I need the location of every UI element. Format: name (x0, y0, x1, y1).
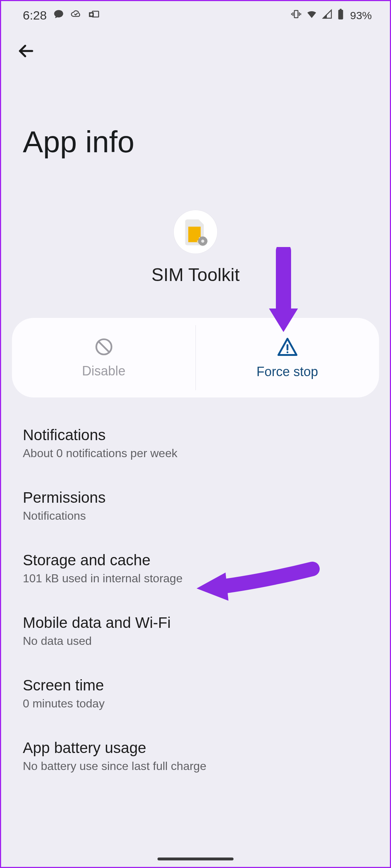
svg-rect-4 (338, 10, 343, 20)
setting-title: Storage and cache (23, 552, 368, 569)
svg-point-10 (286, 352, 288, 353)
app-header: SIM Toolkit (1, 210, 390, 285)
navigation-bar-indicator (157, 858, 234, 860)
cloud-check-icon (71, 9, 81, 22)
svg-rect-3 (294, 10, 298, 18)
battery-icon (337, 8, 344, 22)
disable-icon (94, 337, 114, 358)
setting-data[interactable]: Mobile data and Wi-Fi No data used (23, 600, 368, 662)
setting-notifications[interactable]: Notifications About 0 notifications per … (23, 412, 368, 475)
svg-point-2 (90, 13, 93, 16)
warning-triangle-icon (277, 336, 298, 359)
setting-subtitle: Notifications (23, 509, 368, 523)
setting-subtitle: 0 minutes today (23, 697, 368, 710)
force-stop-button[interactable]: Force stop (196, 318, 379, 397)
setting-title: App battery usage (23, 739, 368, 757)
chat-icon (53, 9, 64, 22)
svg-point-8 (201, 239, 205, 243)
outlook-icon (88, 8, 100, 22)
setting-title: Screen time (23, 677, 368, 694)
disable-button[interactable]: Disable (12, 318, 196, 397)
page-title: App info (1, 67, 390, 174)
setting-storage[interactable]: Storage and cache 101 kB used in interna… (23, 537, 368, 600)
signal-icon (322, 9, 333, 22)
setting-title: Permissions (23, 489, 368, 506)
status-time: 6:28 (23, 8, 47, 22)
battery-percent: 93% (350, 9, 372, 22)
disable-label: Disable (82, 363, 125, 379)
force-stop-label: Force stop (256, 364, 318, 379)
back-button[interactable] (16, 56, 37, 63)
setting-subtitle: 101 kB used in internal storage (23, 572, 368, 585)
action-buttons: Disable Force stop (12, 318, 379, 397)
setting-title: Mobile data and Wi-Fi (23, 614, 368, 631)
svg-rect-5 (340, 9, 341, 10)
wifi-icon (306, 8, 318, 22)
app-icon (174, 210, 217, 254)
vibrate-icon (291, 9, 302, 22)
app-name: SIM Toolkit (151, 264, 240, 285)
setting-subtitle: No battery use since last full charge (23, 760, 368, 773)
setting-subtitle: About 0 notifications per week (23, 447, 368, 460)
setting-title: Notifications (23, 426, 368, 444)
setting-subtitle: No data used (23, 634, 368, 648)
setting-battery[interactable]: App battery usage No battery use since l… (23, 725, 368, 787)
settings-list: Notifications About 0 notifications per … (1, 397, 390, 787)
status-bar: 6:28 93% (1, 1, 390, 26)
setting-permissions[interactable]: Permissions Notifications (23, 475, 368, 537)
setting-screen-time[interactable]: Screen time 0 minutes today (23, 662, 368, 725)
